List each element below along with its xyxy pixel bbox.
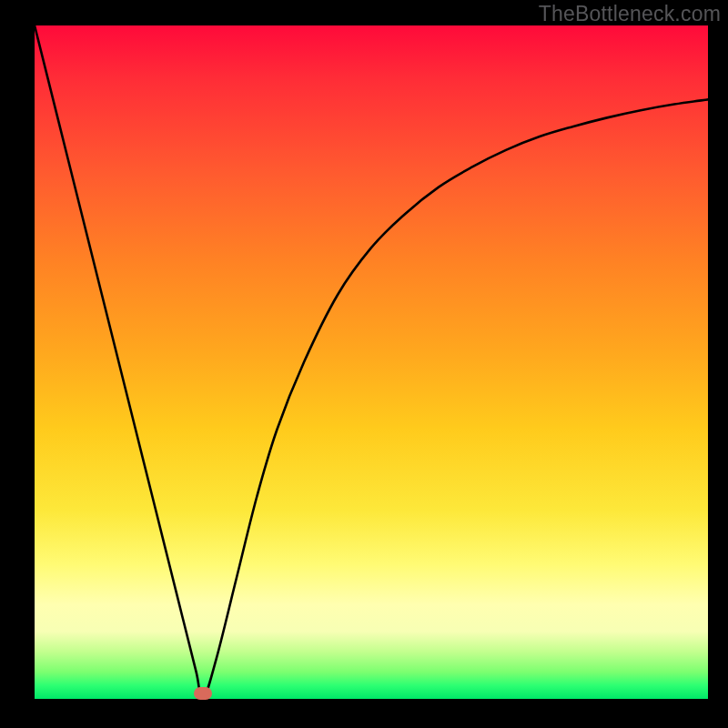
watermark-text: TheBottleneck.com (539, 2, 721, 26)
plot-area (35, 25, 708, 699)
bottleneck-curve (35, 25, 708, 699)
optimal-point-marker (194, 687, 212, 700)
chart-frame: TheBottleneck.com (0, 0, 728, 728)
